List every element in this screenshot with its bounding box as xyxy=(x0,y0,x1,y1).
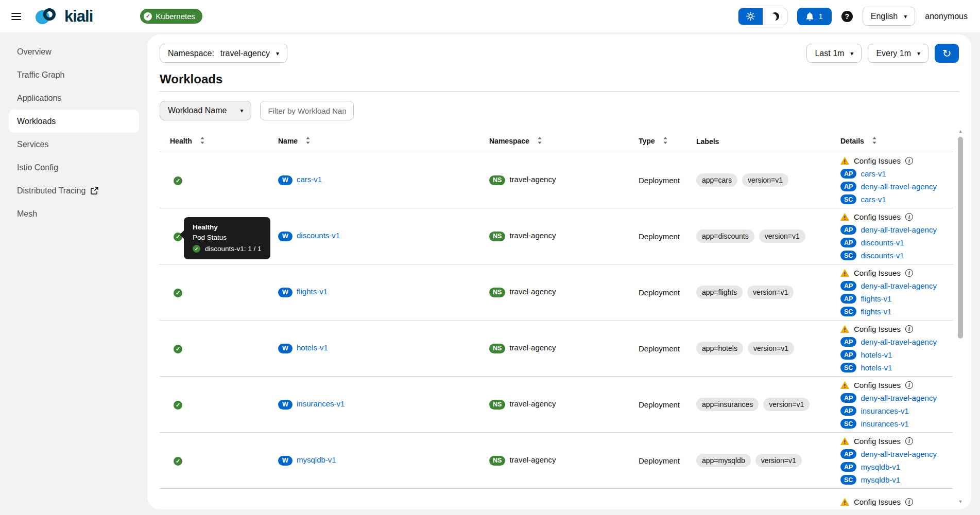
istio-object-link[interactable]: mysqldb-v1 xyxy=(861,475,900,484)
column-header-health[interactable]: Health xyxy=(160,135,268,152)
dark-theme-button[interactable] xyxy=(763,8,787,25)
table-scrollbar[interactable]: ▲ ▼ xyxy=(957,129,964,504)
column-header-name[interactable]: Name xyxy=(268,135,479,152)
kiali-logo[interactable]: kiali xyxy=(35,7,93,26)
healthy-status-icon[interactable]: ✓ xyxy=(174,176,182,185)
workload-type: Deployment xyxy=(639,400,680,409)
scroll-up-icon[interactable]: ▲ xyxy=(957,129,964,134)
help-icon[interactable]: ? xyxy=(841,11,853,22)
filter-toolbar: Workload Name ▾ xyxy=(160,101,354,120)
label-pill: version=v1 xyxy=(755,454,802,467)
page-title: Workloads xyxy=(160,72,222,86)
info-icon[interactable]: i xyxy=(905,269,913,277)
detail-line: SCinsurances-v1 xyxy=(840,417,953,430)
user-menu[interactable]: anonymous xyxy=(925,12,968,21)
istio-object-link[interactable]: flights-v1 xyxy=(861,294,891,303)
workload-link[interactable]: discounts-v1 xyxy=(297,231,340,240)
workload-badge: W xyxy=(278,175,293,185)
istio-object-link[interactable]: deny-all-travel-agency xyxy=(861,281,937,290)
info-icon[interactable]: i xyxy=(905,213,913,221)
istio-object-link[interactable]: cars-v1 xyxy=(861,195,886,204)
istio-object-link[interactable]: cars-v1 xyxy=(861,169,886,178)
column-header-label: Name xyxy=(278,137,298,145)
sidebar-item-workloads[interactable]: Workloads xyxy=(9,110,139,133)
sort-icon[interactable] xyxy=(200,137,205,146)
workload-link[interactable]: cars-v1 xyxy=(297,175,322,184)
workload-link[interactable]: hotels-v1 xyxy=(297,343,328,352)
sort-icon[interactable] xyxy=(872,137,877,146)
sidebar-item-traffic-graph[interactable]: Traffic Graph xyxy=(9,63,139,86)
check-circle-icon: ✓ xyxy=(193,245,200,253)
filter-type-dropdown[interactable]: Workload Name ▾ xyxy=(160,101,251,120)
notifications-button[interactable]: 1 xyxy=(797,8,831,25)
table-row: ✓Winsurances-v1NStravel-agencyDeployment… xyxy=(160,377,953,433)
column-header-type[interactable]: Type xyxy=(628,135,686,152)
sidebar-item-distributed-tracing[interactable]: Distributed Tracing xyxy=(9,179,139,202)
istio-object-link[interactable]: deny-all-travel-agency xyxy=(861,450,937,458)
istio-object-link[interactable]: deny-all-travel-agency xyxy=(861,225,937,234)
sidebar-item-overview[interactable]: Overview xyxy=(9,40,139,63)
check-circle-icon: ✓ xyxy=(144,12,152,21)
istio-object-link[interactable]: deny-all-travel-agency xyxy=(861,182,937,191)
healthy-status-icon[interactable]: ✓ xyxy=(174,289,182,297)
healthy-status-icon[interactable]: ✓ xyxy=(174,345,182,353)
chevron-down-icon: ▾ xyxy=(917,50,920,57)
istio-object-link[interactable]: deny-all-travel-agency xyxy=(861,338,937,346)
istio-object-link[interactable]: discounts-v1 xyxy=(861,238,904,247)
theme-toggle xyxy=(738,8,787,25)
workload-badge: W xyxy=(278,232,293,241)
istio-object-link[interactable]: flights-v1 xyxy=(861,307,891,316)
detail-line: APflights-v1 xyxy=(840,292,953,305)
sidebar-item-label: Traffic Graph xyxy=(17,70,64,80)
namespace-dropdown[interactable]: Namespace: travel-agency ▾ xyxy=(160,44,287,63)
istio-object-link[interactable]: insurances-v1 xyxy=(861,406,908,415)
scroll-down-icon[interactable]: ▼ xyxy=(957,499,964,504)
sort-icon[interactable] xyxy=(537,137,542,146)
info-icon[interactable]: i xyxy=(905,325,913,333)
duration-dropdown[interactable]: Last 1m ▾ xyxy=(806,44,862,63)
sidebar-item-applications[interactable]: Applications xyxy=(9,86,139,110)
scrollbar-thumb[interactable] xyxy=(958,137,963,339)
tooltip-pod-status: discounts-v1: 1 / 1 xyxy=(205,245,262,253)
nav-toggle-hamburger-icon[interactable] xyxy=(11,13,21,20)
table-row: ✓Wdiscounts-v1NStravel-agencyDeploymenta… xyxy=(160,208,953,264)
istio-object-link[interactable]: discounts-v1 xyxy=(861,251,904,260)
refresh-button[interactable]: ↻ xyxy=(935,44,959,63)
workload-link[interactable]: mysqldb-v1 xyxy=(297,455,336,464)
content-card: Namespace: travel-agency ▾ Last 1m ▾ Eve… xyxy=(147,34,971,509)
table-row: ✓Wflights-v1NStravel-agencyDeploymentapp… xyxy=(160,264,953,321)
istio-object-badge: AP xyxy=(840,294,856,304)
column-header-namespace[interactable]: Namespace xyxy=(479,135,628,152)
refresh-interval-dropdown[interactable]: Every 1m ▾ xyxy=(868,44,929,63)
warning-triangle-icon xyxy=(840,381,849,389)
sidebar-item-mesh[interactable]: Mesh xyxy=(9,202,139,225)
workload-link[interactable]: flights-v1 xyxy=(297,287,328,296)
istio-object-link[interactable]: hotels-v1 xyxy=(861,363,892,372)
info-icon[interactable]: i xyxy=(905,157,913,165)
istio-object-link[interactable]: insurances-v1 xyxy=(861,419,908,428)
info-icon[interactable]: i xyxy=(905,437,913,445)
chevron-down-icon: ▾ xyxy=(850,50,853,57)
workload-link[interactable]: insurances-v1 xyxy=(297,399,345,408)
sidebar-item-istio-config[interactable]: Istio Config xyxy=(9,156,139,179)
namespace-badge: NS xyxy=(489,288,505,297)
istio-object-link[interactable]: hotels-v1 xyxy=(861,350,892,359)
workload-type: Deployment xyxy=(639,232,680,241)
label-pill: version=v1 xyxy=(759,229,805,243)
sort-icon[interactable] xyxy=(305,137,311,146)
info-icon[interactable]: i xyxy=(905,381,913,389)
column-header-details[interactable]: Details xyxy=(830,135,953,152)
language-dropdown[interactable]: English ▾ xyxy=(863,7,916,26)
sort-icon[interactable] xyxy=(663,137,668,146)
istio-object-link[interactable]: deny-all-travel-agency xyxy=(861,394,937,402)
healthy-status-icon[interactable]: ✓ xyxy=(174,401,182,410)
table-row: ✓Wcars-v1NStravel-agencyDeploymentapp=ca… xyxy=(160,152,953,208)
sidebar-item-services[interactable]: Services xyxy=(9,133,139,156)
filter-input[interactable] xyxy=(260,101,354,120)
healthy-status-icon[interactable]: ✓ xyxy=(174,457,182,466)
detail-line: APdeny-all-travel-agency xyxy=(840,335,953,348)
istio-object-link[interactable]: mysqldb-v1 xyxy=(861,463,900,471)
info-icon[interactable]: i xyxy=(905,498,913,506)
label-pill: version=v1 xyxy=(747,286,794,299)
light-theme-button[interactable] xyxy=(738,8,763,25)
